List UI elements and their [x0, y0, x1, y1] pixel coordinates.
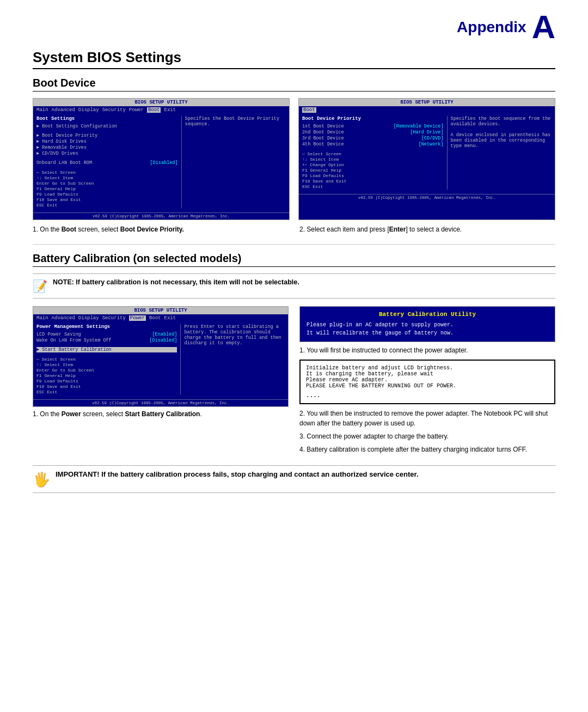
- bios-lan-label: Onboard LAN Boot ROM: [36, 160, 92, 166]
- key3-screen: ↔ Select Screen: [36, 357, 177, 362]
- page-title: System BIOS Settings: [33, 49, 555, 69]
- appendix-letter: A: [532, 11, 555, 44]
- boot-captions: 1. On the Boot screen, select Boot Devic…: [33, 226, 555, 236]
- menu-boot-active: Boot: [147, 107, 161, 113]
- bios-menu-bar-1: Main Advanced Display Security Power Boo…: [33, 106, 289, 114]
- boot-2nd: 2nd Boot Device [Hard Drive]: [302, 130, 444, 135]
- boot-1st-label: 1st Boot Device: [302, 124, 344, 129]
- menu3-boot: Boot: [149, 315, 161, 321]
- key2-f10: F10 Save and Exit: [302, 179, 444, 184]
- wake-lan-row: Wake On LAN From System Off [Disabled]: [36, 338, 177, 343]
- bios-right-3: Press Enter to start calibrating a batte…: [180, 324, 285, 395]
- caption-2-text: 2. Select each item and press [Enter] to…: [299, 226, 555, 233]
- key-screen: ↔ Select Screen: [36, 170, 178, 175]
- bios-item-priority: ► Boot Device Priority: [36, 133, 178, 138]
- key3-f9: F9 Load Defaults: [36, 379, 177, 384]
- calib-msg-line2: It is charging the battery, please wait: [306, 371, 549, 377]
- battery-cal-title: Battery Calibration (on selected models): [33, 252, 555, 267]
- bios-help-3: Press Enter to start calibrating a batte…: [184, 324, 285, 346]
- appendix-header: Appendix A: [33, 11, 555, 44]
- lcd-saving-row: LCD Power Saving [Enabled]: [36, 332, 177, 337]
- boot-3rd-label: 3rd Boot Device: [302, 136, 344, 141]
- start-battery-item: ► Start Battery Calibration: [36, 347, 177, 352]
- bios-item-removable: ► Removable Drives: [36, 145, 178, 150]
- section-divider-1: [33, 244, 555, 245]
- step5-text: 4. Battery calibration is complete after…: [299, 445, 555, 454]
- menu-display: Display: [78, 107, 99, 113]
- menu-security: Security: [102, 107, 126, 113]
- key-enter: Enter Go to Sub Screen: [36, 181, 178, 186]
- lcd-saving-label: LCD Power Saving: [36, 332, 81, 337]
- battery-caption-1: 1. On the Power screen, select Start Bat…: [33, 410, 289, 418]
- boot-4th-label: 4th Boot Device: [302, 142, 344, 147]
- key-f10: F10 Save and Exit: [36, 197, 178, 202]
- bios-help-2: Specifies the boot sequence from the ava…: [451, 116, 552, 149]
- bios-footer-3: v02.59 (C)Copyright 1985-2005, American …: [33, 399, 288, 406]
- appendix-label: Appendix: [457, 19, 526, 36]
- boot-3rd-value: [CD/DVD]: [421, 136, 444, 141]
- boot-2nd-label: 2nd Boot Device: [302, 130, 344, 135]
- bios-section-1: Boot Settings: [36, 116, 178, 121]
- bios-footer-2: v02.59 (C)Copyright 1985-2005, American …: [299, 194, 555, 201]
- menu3-main: Main: [36, 315, 48, 321]
- bios-content-2: Boot Device Priority 1st Boot Device [Re…: [299, 114, 555, 192]
- battery-cal-left: BIOS SETUP UTILITY Main Advanced Display…: [33, 306, 289, 458]
- key-f9: F9 Load Defaults: [36, 192, 178, 197]
- wake-lan-label: Wake On LAN From System Off: [36, 338, 112, 343]
- bios-keys-2: ↔ Select Screen ↑↓ Select Item +− Change…: [302, 151, 444, 189]
- menu3-advanced: Advanced: [52, 315, 75, 321]
- bios-left-3: Power Management Settings LCD Power Savi…: [36, 324, 177, 395]
- important-icon: 🖐: [33, 471, 50, 488]
- key2-esc: ESC Exit: [302, 184, 444, 189]
- boot-caption-1: 1. On the Boot screen, select Boot Devic…: [33, 226, 289, 236]
- bios-screen-2: BIOS SETUP UTILITY Boot Boot Device Prio…: [298, 98, 555, 220]
- menu3-display: Display: [78, 315, 99, 321]
- boot-caption-2: 2. Select each item and press [Enter] to…: [299, 226, 555, 236]
- menu-main: Main: [36, 107, 48, 113]
- bios-lan-row: Onboard LAN Boot ROM [Disabled]: [36, 160, 178, 166]
- bios-section-3: Power Management Settings: [36, 324, 177, 330]
- key3-f1: F1 General Help: [36, 373, 177, 378]
- lcd-saving-value: [Enabled]: [152, 332, 177, 337]
- bios-content-1: Boot Settings ► Boot Settings Configurat…: [33, 114, 289, 210]
- bios-menu-bar-3: Main Advanced Display Security Power Boo…: [33, 314, 288, 322]
- key-item: ↑↓ Select Item: [36, 175, 178, 180]
- bios-left-2: Boot Device Priority 1st Boot Device [Re…: [302, 116, 444, 190]
- key2-change: +− Change Option: [302, 162, 444, 167]
- calib-msg-line3: Please remove AC adapter.: [306, 377, 549, 383]
- menu-advanced: Advanced: [52, 107, 75, 113]
- menu-exit: Exit: [164, 107, 176, 113]
- important-box: 🖐 IMPORTANT! If the battery calibration …: [33, 465, 555, 493]
- bios-section-2: Boot Device Priority: [302, 116, 444, 121]
- calib-msg-dots: ....: [306, 392, 549, 399]
- bios-title-bar-3: BIOS SETUP UTILITY: [33, 307, 288, 314]
- key3-item: ↑↓ Select Item: [36, 362, 177, 367]
- menu3-exit: Exit: [164, 315, 176, 321]
- calib-msg-line4: PLEASE LEAVE THE BATTERY RUNNING OUT OF …: [306, 383, 549, 389]
- boot-2nd-value: [Hard Drive]: [410, 130, 443, 135]
- note-text: NOTE: If battery calibration is not nece…: [53, 278, 299, 286]
- menu-power: Power: [129, 107, 144, 113]
- bios-title-bar-1: BIOS SETUP UTILITY: [33, 99, 289, 106]
- bios-right-2: Specifies the boot sequence from the ava…: [447, 116, 552, 190]
- bios-menu-bar-2: Boot: [299, 106, 555, 114]
- wake-lan-value: [Disabled]: [149, 338, 177, 343]
- key2-item: ↑↓ Select Item: [302, 157, 444, 162]
- key3-f10: F10 Save and Exit: [36, 384, 177, 389]
- bios-screen-1: BIOS SETUP UTILITY Main Advanced Display…: [33, 98, 290, 220]
- key2-screen: ↔ Select Screen: [302, 151, 444, 156]
- bios-footer-1: v02.59 (C)Copyright 1985-2005, American …: [33, 212, 289, 220]
- battery-util-screen: Battery Calibration Utility Please plug-…: [299, 306, 555, 342]
- key2-f1: F1 General Help: [302, 168, 444, 173]
- menu3-security: Security: [102, 315, 126, 321]
- step2-text: 1. You will first be instructed to conne…: [299, 345, 555, 355]
- bios-title-bar-2: BIOS SETUP UTILITY: [299, 99, 555, 106]
- note-box: 📝 NOTE: If battery calibration is not ne…: [33, 273, 555, 299]
- battery-util-title: Battery Calibration Utility: [307, 311, 548, 318]
- important-text: IMPORTANT! If the battery calibration pr…: [56, 470, 419, 478]
- battery-util-text: Please plug-in an AC adapter to supply p…: [307, 321, 548, 337]
- bios-item-config: ► Boot Settings Configuration: [36, 124, 178, 129]
- bios-left-1: Boot Settings ► Boot Settings Configurat…: [36, 116, 178, 208]
- boot-1st: 1st Boot Device [Removable Device]: [302, 124, 444, 129]
- boot-4th: 4th Boot Device [Network]: [302, 142, 444, 147]
